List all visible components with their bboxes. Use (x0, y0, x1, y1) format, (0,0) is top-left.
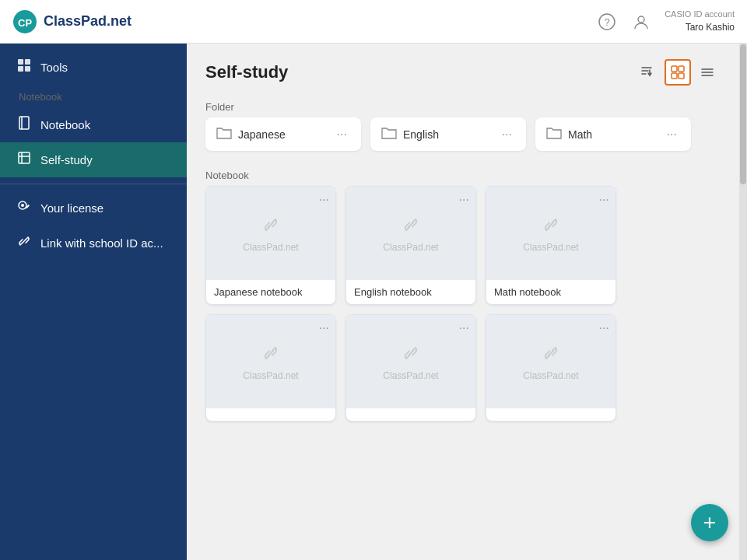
folder-icon-english (381, 125, 397, 143)
notebook-english[interactable]: ··· ClassPad.net English notebook (345, 186, 476, 305)
notebook-icon (16, 115, 33, 135)
logo-icon: CP (12, 9, 37, 34)
notebook-math-label: Math notebook (486, 280, 615, 304)
list-view-button[interactable] (694, 59, 721, 86)
svg-rect-21 (679, 73, 684, 79)
folder-math-name: Math (568, 128, 592, 141)
notebook-5-logo: ClassPad.net (383, 370, 438, 381)
notebook-section-label: Notebook (187, 163, 739, 186)
notebook-japanese-label: Japanese notebook (206, 280, 335, 304)
svg-rect-20 (672, 73, 677, 79)
notebook-6[interactable]: ··· ClassPad.net (486, 314, 616, 422)
svg-rect-19 (679, 66, 684, 72)
notebook-math-link-icon (540, 214, 562, 239)
notebook-5-link-icon (400, 342, 422, 367)
notebook-5[interactable]: ··· ClassPad.net (345, 314, 476, 422)
folder-icon-math (546, 125, 562, 143)
sidebar-divider (0, 184, 187, 184)
logo-text: ClassPad.net (44, 13, 132, 30)
link-school-icon (16, 233, 33, 253)
header: CP ClassPad.net ? CASIO ID account Taro … (0, 0, 747, 44)
sidebar-item-self-study[interactable]: Self-study (0, 142, 187, 177)
svg-rect-6 (25, 59, 30, 65)
help-icon[interactable]: ? (596, 11, 618, 33)
notebook-japanese-thumbnail: ··· ClassPad.net (206, 187, 335, 280)
folder-icon-japanese (216, 125, 232, 143)
grid-view-button[interactable] (665, 59, 691, 86)
notebook-japanese-link-icon (260, 214, 282, 239)
svg-rect-8 (25, 66, 30, 72)
account-label: CASIO ID account (665, 9, 735, 20)
account-name: Taro Kashio (665, 21, 735, 34)
sidebar-item-tools[interactable]: Tools (0, 50, 187, 85)
notebook-4-logo: ClassPad.net (243, 370, 298, 381)
scrollbar-track[interactable] (739, 44, 747, 560)
folder-japanese[interactable]: Japanese ··· (205, 117, 361, 151)
notebook-6-link-icon (540, 342, 562, 367)
scrollbar-thumb[interactable] (740, 44, 746, 184)
notebook-math-thumbnail: ··· ClassPad.net (486, 187, 615, 280)
notebook-japanese[interactable]: ··· ClassPad.net Japanese notebook (205, 186, 336, 305)
folder-english-menu[interactable]: ··· (499, 126, 515, 143)
svg-line-17 (23, 240, 26, 243)
notebook-japanese-menu[interactable]: ··· (319, 193, 329, 207)
svg-rect-5 (18, 59, 23, 65)
sidebar-item-license[interactable]: Your license (0, 191, 187, 226)
notebook-6-label (486, 408, 615, 421)
svg-rect-7 (18, 66, 23, 72)
sidebar-tools-label: Tools (40, 61, 68, 74)
svg-rect-9 (19, 117, 29, 129)
sidebar-item-notebook[interactable]: Notebook (0, 107, 187, 142)
folder-english-name: English (403, 128, 439, 141)
svg-text:CP: CP (18, 17, 32, 29)
notebook-japanese-logo: ClassPad.net (243, 242, 298, 253)
tools-icon (16, 58, 33, 77)
sidebar-item-link-school[interactable]: Link with school ID ac... (0, 226, 187, 261)
notebook-4-menu[interactable]: ··· (319, 321, 329, 335)
view-controls (638, 59, 721, 86)
page-title: Self-study (205, 62, 288, 82)
notebook-4[interactable]: ··· ClassPad.net (205, 314, 336, 422)
notebook-6-menu[interactable]: ··· (599, 321, 609, 335)
notebook-6-thumbnail: ··· ClassPad.net (486, 315, 615, 408)
folder-section-label: Folder (187, 95, 739, 117)
svg-rect-18 (672, 66, 677, 72)
svg-text:?: ? (605, 16, 610, 28)
folder-math-menu[interactable]: ··· (664, 126, 680, 143)
notebook-6-logo: ClassPad.net (523, 370, 578, 381)
notebook-math[interactable]: ··· ClassPad.net Math notebook (486, 186, 616, 305)
main-layout: Tools Notebook Notebook Self-study (0, 44, 747, 560)
header-right: ? CASIO ID account Taro Kashio (596, 9, 735, 33)
svg-point-16 (21, 204, 24, 207)
sidebar-notebook-label: Notebook (40, 118, 90, 131)
fab-add-button[interactable]: + (691, 504, 728, 541)
notebook-4-thumbnail: ··· ClassPad.net (206, 315, 335, 408)
folders-grid: Japanese ··· English ··· (187, 117, 739, 163)
folder-japanese-menu[interactable]: ··· (334, 126, 350, 143)
notebook-4-link-icon (260, 342, 282, 367)
notebook-english-menu[interactable]: ··· (459, 193, 469, 207)
notebook-english-thumbnail: ··· ClassPad.net (346, 187, 475, 280)
logo: CP ClassPad.net (12, 9, 132, 34)
notebooks-grid: ··· ClassPad.net Japanese notebook ··· (187, 186, 739, 440)
notebook-5-menu[interactable]: ··· (459, 321, 469, 335)
self-study-icon (16, 150, 33, 170)
sidebar-self-study-label: Self-study (40, 153, 93, 166)
notebook-english-label: English notebook (346, 280, 475, 304)
sort-button[interactable] (638, 62, 655, 83)
content-area: Self-study (187, 44, 739, 560)
sidebar-link-label: Link with school ID ac... (40, 236, 163, 250)
notebook-english-link-icon (400, 214, 422, 239)
notebook-math-logo: ClassPad.net (523, 242, 578, 253)
user-icon[interactable] (630, 11, 652, 33)
notebook-math-menu[interactable]: ··· (599, 193, 609, 207)
notebook-english-logo: ClassPad.net (383, 242, 438, 253)
content-header: Self-study (187, 44, 739, 95)
account-info: CASIO ID account Taro Kashio (665, 9, 735, 33)
svg-rect-11 (19, 152, 30, 163)
folder-english[interactable]: English ··· (370, 117, 526, 151)
license-icon (16, 198, 33, 218)
folder-math[interactable]: Math ··· (535, 117, 691, 151)
folder-japanese-name: Japanese (238, 128, 286, 141)
sidebar-notebook-section: Notebook (0, 85, 187, 107)
